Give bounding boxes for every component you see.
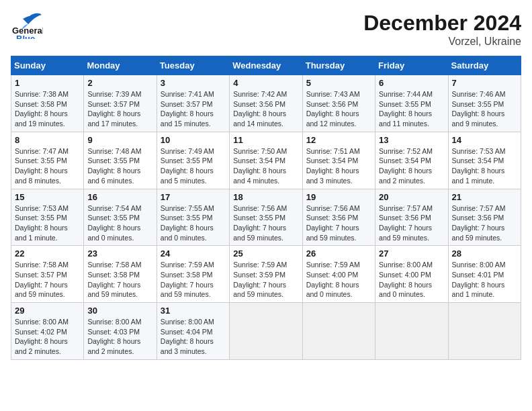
day-number: 8 <box>15 135 80 145</box>
calendar-cell: 16Sunrise: 7:54 AMSunset: 3:55 PMDayligh… <box>84 189 157 246</box>
day-info: Sunrise: 7:46 AMSunset: 3:55 PMDaylight:… <box>452 89 517 129</box>
day-number: 6 <box>379 78 444 88</box>
day-info: Sunrise: 7:43 AMSunset: 3:56 PMDaylight:… <box>306 89 371 129</box>
calendar-cell: 15Sunrise: 7:53 AMSunset: 3:55 PMDayligh… <box>11 189 84 246</box>
calendar-cell: 2Sunrise: 7:39 AMSunset: 3:57 PMDaylight… <box>84 75 157 132</box>
day-info: Sunrise: 7:41 AMSunset: 3:57 PMDaylight:… <box>161 89 226 129</box>
calendar-cell: 1Sunrise: 7:38 AMSunset: 3:58 PMDaylight… <box>11 75 84 132</box>
day-info: Sunrise: 7:47 AMSunset: 3:55 PMDaylight:… <box>15 146 80 186</box>
day-number: 21 <box>452 192 517 202</box>
calendar-week-row: 22Sunrise: 7:58 AMSunset: 3:57 PMDayligh… <box>11 246 521 303</box>
day-number: 28 <box>452 248 517 259</box>
day-number: 17 <box>161 192 226 202</box>
day-info: Sunrise: 7:58 AMSunset: 3:58 PMDaylight:… <box>87 260 152 300</box>
calendar-header: SundayMondayTuesdayWednesdayThursdayFrid… <box>11 56 521 75</box>
day-info: Sunrise: 7:44 AMSunset: 3:55 PMDaylight:… <box>379 89 444 129</box>
day-number: 3 <box>161 78 226 88</box>
calendar-cell: 17Sunrise: 7:55 AMSunset: 3:55 PMDayligh… <box>157 189 229 246</box>
weekday-header: Friday <box>375 56 448 75</box>
calendar-body: 1Sunrise: 7:38 AMSunset: 3:58 PMDaylight… <box>11 75 521 360</box>
day-info: Sunrise: 7:55 AMSunset: 3:55 PMDaylight:… <box>161 203 226 243</box>
calendar-cell: 12Sunrise: 7:51 AMSunset: 3:54 PMDayligh… <box>302 132 375 189</box>
day-number: 19 <box>306 192 371 202</box>
day-info: Sunrise: 7:57 AMSunset: 3:56 PMDaylight:… <box>379 203 444 243</box>
calendar-cell: 28Sunrise: 8:00 AMSunset: 4:01 PMDayligh… <box>448 246 521 303</box>
day-number: 12 <box>306 135 371 145</box>
weekday-header: Sunday <box>11 56 84 75</box>
day-info: Sunrise: 7:56 AMSunset: 3:56 PMDaylight:… <box>306 203 371 243</box>
calendar-cell: 4Sunrise: 7:42 AMSunset: 3:56 PMDaylight… <box>230 75 302 132</box>
day-info: Sunrise: 7:57 AMSunset: 3:56 PMDaylight:… <box>452 203 517 243</box>
calendar-cell: 19Sunrise: 7:56 AMSunset: 3:56 PMDayligh… <box>302 189 375 246</box>
day-info: Sunrise: 8:00 AMSunset: 4:03 PMDaylight:… <box>87 317 152 357</box>
calendar-cell <box>448 303 521 360</box>
weekday-header: Wednesday <box>230 56 302 75</box>
day-info: Sunrise: 7:59 AMSunset: 3:58 PMDaylight:… <box>161 260 226 300</box>
calendar-cell: 5Sunrise: 7:43 AMSunset: 3:56 PMDaylight… <box>302 75 375 132</box>
day-info: Sunrise: 8:00 AMSunset: 4:00 PMDaylight:… <box>379 260 444 300</box>
day-number: 10 <box>161 135 226 145</box>
day-number: 16 <box>87 192 152 202</box>
day-number: 1 <box>15 78 80 88</box>
calendar-week-row: 29Sunrise: 8:00 AMSunset: 4:02 PMDayligh… <box>11 303 521 360</box>
weekday-header: Thursday <box>302 56 375 75</box>
day-number: 26 <box>306 248 371 259</box>
calendar-table: SundayMondayTuesdayWednesdayThursdayFrid… <box>11 56 521 360</box>
calendar-cell: 30Sunrise: 8:00 AMSunset: 4:03 PMDayligh… <box>84 303 157 360</box>
calendar-week-row: 15Sunrise: 7:53 AMSunset: 3:55 PMDayligh… <box>11 189 521 246</box>
calendar-cell: 18Sunrise: 7:56 AMSunset: 3:55 PMDayligh… <box>230 189 302 246</box>
calendar-cell <box>375 303 448 360</box>
day-number: 20 <box>379 192 444 202</box>
day-number: 24 <box>161 248 226 259</box>
day-number: 11 <box>233 135 298 145</box>
day-info: Sunrise: 8:00 AMSunset: 4:02 PMDaylight:… <box>15 317 80 357</box>
day-number: 23 <box>87 248 152 259</box>
day-info: Sunrise: 7:39 AMSunset: 3:57 PMDaylight:… <box>87 89 152 129</box>
calendar-cell: 6Sunrise: 7:44 AMSunset: 3:55 PMDaylight… <box>375 75 448 132</box>
day-info: Sunrise: 7:38 AMSunset: 3:58 PMDaylight:… <box>15 89 80 129</box>
page-title: December 2024 <box>363 11 521 36</box>
day-number: 2 <box>87 78 152 88</box>
day-info: Sunrise: 7:42 AMSunset: 3:56 PMDaylight:… <box>233 89 298 129</box>
day-number: 7 <box>452 78 517 88</box>
svg-text:Blue: Blue <box>16 34 35 39</box>
calendar-cell <box>230 303 302 360</box>
day-info: Sunrise: 7:51 AMSunset: 3:54 PMDaylight:… <box>306 146 371 186</box>
weekday-header: Tuesday <box>157 56 229 75</box>
day-number: 22 <box>15 248 80 259</box>
day-info: Sunrise: 8:00 AMSunset: 4:01 PMDaylight:… <box>452 260 517 300</box>
calendar-cell: 23Sunrise: 7:58 AMSunset: 3:58 PMDayligh… <box>84 246 157 303</box>
day-number: 27 <box>379 248 444 259</box>
day-info: Sunrise: 7:53 AMSunset: 3:55 PMDaylight:… <box>15 203 80 243</box>
day-number: 25 <box>233 248 298 259</box>
day-number: 30 <box>87 306 152 316</box>
day-number: 18 <box>233 192 298 202</box>
day-number: 13 <box>379 135 444 145</box>
calendar-cell: 8Sunrise: 7:47 AMSunset: 3:55 PMDaylight… <box>11 132 84 189</box>
calendar-cell: 20Sunrise: 7:57 AMSunset: 3:56 PMDayligh… <box>375 189 448 246</box>
calendar-cell: 27Sunrise: 8:00 AMSunset: 4:00 PMDayligh… <box>375 246 448 303</box>
calendar-cell: 7Sunrise: 7:46 AMSunset: 3:55 PMDaylight… <box>448 75 521 132</box>
weekday-row: SundayMondayTuesdayWednesdayThursdayFrid… <box>11 56 521 75</box>
title-block: December 2024 Vorzel, Ukraine <box>363 11 521 48</box>
day-info: Sunrise: 7:49 AMSunset: 3:55 PMDaylight:… <box>161 146 226 186</box>
calendar-cell: 14Sunrise: 7:53 AMSunset: 3:54 PMDayligh… <box>448 132 521 189</box>
logo: General Blue <box>11 11 43 42</box>
logo-icon: General Blue <box>11 11 43 39</box>
day-info: Sunrise: 7:59 AMSunset: 3:59 PMDaylight:… <box>233 260 298 300</box>
day-info: Sunrise: 7:59 AMSunset: 4:00 PMDaylight:… <box>306 260 371 300</box>
calendar-cell: 29Sunrise: 8:00 AMSunset: 4:02 PMDayligh… <box>11 303 84 360</box>
calendar-cell: 9Sunrise: 7:48 AMSunset: 3:55 PMDaylight… <box>84 132 157 189</box>
calendar-cell: 13Sunrise: 7:52 AMSunset: 3:54 PMDayligh… <box>375 132 448 189</box>
calendar-cell: 10Sunrise: 7:49 AMSunset: 3:55 PMDayligh… <box>157 132 229 189</box>
day-number: 15 <box>15 192 80 202</box>
weekday-header: Monday <box>84 56 157 75</box>
page-subtitle: Vorzel, Ukraine <box>363 36 521 48</box>
calendar-cell: 25Sunrise: 7:59 AMSunset: 3:59 PMDayligh… <box>230 246 302 303</box>
calendar-cell: 11Sunrise: 7:50 AMSunset: 3:54 PMDayligh… <box>230 132 302 189</box>
day-info: Sunrise: 7:56 AMSunset: 3:55 PMDaylight:… <box>233 203 298 243</box>
day-info: Sunrise: 7:54 AMSunset: 3:55 PMDaylight:… <box>87 203 152 243</box>
calendar-cell: 22Sunrise: 7:58 AMSunset: 3:57 PMDayligh… <box>11 246 84 303</box>
calendar-cell: 24Sunrise: 7:59 AMSunset: 3:58 PMDayligh… <box>157 246 229 303</box>
day-info: Sunrise: 7:52 AMSunset: 3:54 PMDaylight:… <box>379 146 444 186</box>
